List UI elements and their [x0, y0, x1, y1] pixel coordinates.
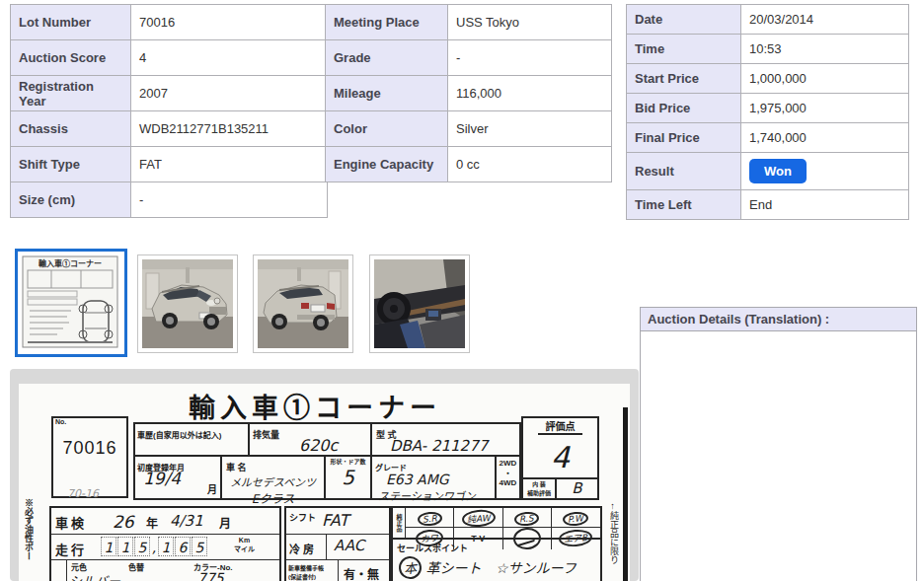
row-label: Size (cm) — [11, 182, 131, 218]
shift-label: シフト — [289, 511, 316, 524]
parts-cell: R.S — [514, 511, 540, 527]
car-name-line1: メルセデスベンツ — [222, 473, 324, 489]
first-reg-value: 19/4 — [143, 469, 181, 488]
sheet-left-block: 車検 26 年 4/31 月 走行 115,165 Km マイル — [49, 506, 281, 581]
row-value: 4 — [131, 40, 328, 76]
table-row: Start Price 1,000,000 — [627, 64, 909, 94]
grade-line1: E63 AMG — [372, 472, 495, 487]
row-value: 10:53 — [741, 35, 909, 64]
table-row: Mileage 116,000 — [326, 76, 612, 111]
row-value: 116,000 — [448, 76, 612, 111]
auction-sheet-image: 輸入車①コーナー No. 70016 70-16 車歴(自家用以外は記入) 排気… — [19, 384, 630, 581]
row-label: Registration Year — [11, 76, 131, 111]
sales-value-a: 革シート — [425, 560, 481, 576]
inspection-row: 車検 26 年 4/31 月 — [51, 508, 279, 535]
table-row: Size (cm) - — [11, 182, 328, 218]
table-row: Registration Year 2007 — [11, 76, 328, 111]
lot-info-table: Lot Number 70016 Auction Score 4 Registr… — [10, 4, 328, 218]
sheet-middle-block: シフト FAT 冷 房 AAC 新車整備手帳 (保証書付) 有・無 — [284, 506, 391, 581]
no-label: No. — [55, 418, 66, 425]
row-value: 0 cc — [448, 147, 612, 182]
row-value: FAT — [131, 147, 328, 182]
displacement-label: 排気量 — [250, 430, 279, 440]
table-row: Final Price 1,740,000 — [627, 123, 909, 153]
car-interior-photo — [374, 259, 465, 348]
table-row: Chassis WDB2112771B135211 — [11, 111, 328, 147]
inspection-label: 車検 — [55, 513, 87, 532]
table-row: Bid Price 1,975,000 — [627, 94, 909, 123]
thumbnail-auction-sheet[interactable]: 輸入車①コーナー — [15, 249, 127, 357]
mileage-digits: 115,165 — [101, 537, 208, 557]
sheet-grade-box: グレード E63 AMG ステーションワゴン — [370, 455, 497, 500]
booklet-label-1: 新車整備手帳 — [288, 563, 336, 572]
auction-details-title: Auction Details (Translation) : — [641, 308, 916, 331]
sales-points-value: 本 革シート ☆サンルーフ — [393, 556, 600, 579]
mileage-digit: 1 — [158, 537, 174, 556]
thumbnail-car-front[interactable] — [137, 254, 238, 353]
row-label: Time — [627, 35, 741, 64]
sheet-score-box: 評価点 4 内 装 補助評価 B — [521, 416, 599, 500]
drive-dot: ・ — [497, 468, 519, 478]
ac-row: 冷 房 AAC — [286, 535, 389, 560]
car-name-line2: Eクラス — [222, 489, 324, 506]
shift-row: シフト FAT — [286, 508, 389, 535]
thumbnail-car-rear[interactable] — [253, 254, 353, 353]
score-value: 4 — [523, 435, 597, 478]
lot-no-handwritten: 70-16 — [67, 487, 99, 500]
row-value: WDB2112771B135211 — [131, 111, 328, 147]
auction-result-table: Date 20/03/2014 Time 10:53 Start Price 1… — [626, 4, 909, 220]
color-row: 外色 元色 シルバー 色替 カラー-No. 775 — [51, 560, 279, 581]
row-label: Start Price — [627, 64, 741, 94]
thumbnail-car-interior[interactable] — [369, 254, 470, 353]
sales-points-label: セールスポイント — [393, 540, 600, 554]
sheet-right-margin-note: ←純正品に限り — [608, 502, 621, 581]
mileage-comma: , — [151, 538, 157, 557]
table-row: Grade - — [326, 40, 612, 76]
interior-grade-label: 内 装 補助評価 — [523, 479, 557, 498]
table-row: Engine Capacity 0 cc — [326, 147, 612, 182]
color-change-label: 色替 — [128, 561, 144, 572]
row-value: 70016 — [131, 5, 328, 40]
row-value: 1,000,000 — [741, 64, 909, 94]
ac-label: 冷 房 — [289, 541, 314, 556]
sheet-title: 輸入車①コーナー — [117, 387, 512, 425]
row-label: Shift Type — [11, 147, 131, 182]
shift-value: FAT — [322, 511, 348, 530]
row-label: Date — [627, 5, 741, 35]
row-label: Meeting Place — [326, 5, 448, 40]
mileage-digit: 1 — [101, 537, 116, 556]
row-label: Grade — [326, 40, 448, 76]
history-label: 車歴(自家用以外は記入) — [135, 431, 221, 440]
mini-sheet-title: 輸入車①コーナー — [38, 258, 102, 268]
table-row: Shift Type FAT — [11, 147, 328, 182]
parts-cell: 純AW — [461, 509, 496, 529]
scan-artifact-bar — [623, 407, 628, 581]
table-row: Date 20/03/2014 — [627, 5, 909, 35]
displacement-value: 620c — [299, 436, 338, 455]
row-label: Mileage — [326, 76, 448, 111]
year-suffix: 年 — [146, 514, 158, 531]
auction-details-body — [641, 331, 916, 343]
parts-cell: P.W — [563, 511, 589, 527]
row-label: Final Price — [627, 123, 741, 153]
mileage-digit: 5 — [192, 537, 207, 556]
booklet-label-2: (保証書付) — [288, 572, 336, 581]
mileage-digit: 5 — [134, 537, 150, 556]
sales-circled-char: 本 — [398, 555, 423, 580]
table-row: Result Won — [627, 153, 909, 190]
table-row: Time 10:53 — [627, 35, 909, 64]
auction-details-panel: Auction Details (Translation) : — [640, 307, 917, 581]
sheet-parts-grid: 純正品 S.R 純AW R.S P.W カワ T V エアB — [391, 506, 602, 540]
row-value: 20/03/2014 — [741, 5, 909, 35]
sheet-doors-box: 形状・ドア数 5 — [324, 455, 372, 500]
row-label: Chassis — [11, 111, 131, 147]
drive-4wd-label: 4WD — [497, 478, 519, 487]
base-color-value: シルバー — [69, 571, 120, 581]
row-label: Result — [627, 153, 741, 190]
grade-line2: ステーションワゴン — [372, 487, 495, 503]
row-value: 1,975,000 — [741, 94, 909, 123]
interior-label-1: 内 装 — [523, 479, 555, 488]
mileage-unit-km: Km — [234, 537, 255, 544]
row-label: Engine Capacity — [326, 147, 448, 182]
mileage-digit: 1 — [117, 537, 133, 556]
